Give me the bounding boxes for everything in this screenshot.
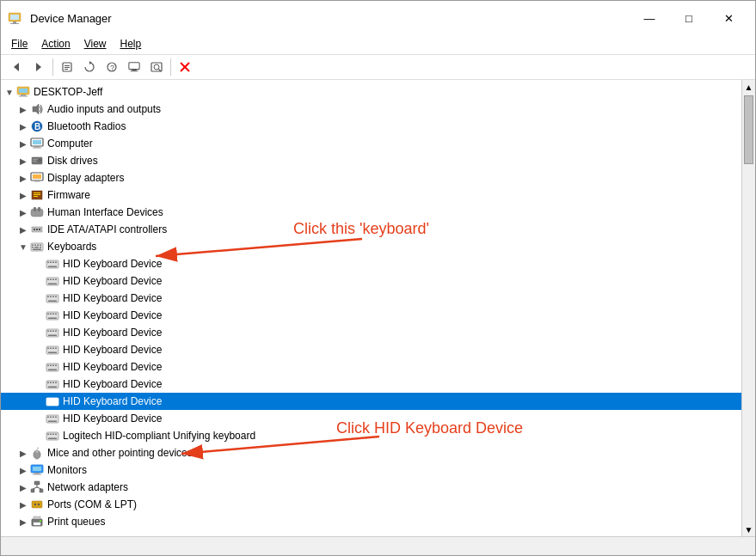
tree-item-keyboards[interactable]: ▼ Keyboards	[1, 238, 741, 255]
tree-item-ports[interactable]: ▶ Ports (COM & LPT)	[1, 496, 741, 513]
tree-item-kbd3[interactable]: HID Keyboard Device	[1, 290, 741, 307]
svg-point-34	[39, 160, 40, 162]
back-button[interactable]	[6, 58, 27, 76]
expand-keyboards[interactable]: ▼	[16, 240, 30, 254]
expand-desktop[interactable]: ▼	[3, 85, 16, 99]
menu-action[interactable]: Action	[34, 35, 77, 52]
svg-rect-55	[40, 245, 41, 247]
kbd2-label: HID Keyboard Device	[63, 275, 162, 287]
menu-view[interactable]: View	[77, 35, 114, 52]
kbd9-icon	[46, 394, 59, 408]
expand-firmware[interactable]: ▶	[16, 188, 30, 202]
expand-disk[interactable]: ▶	[16, 154, 30, 168]
maximize-button[interactable]: □	[669, 6, 709, 30]
svg-rect-92	[50, 348, 52, 350]
tree-item-kbd6[interactable]: HID Keyboard Device	[1, 341, 741, 358]
title-bar: Device Manager — □ ✕	[1, 1, 755, 34]
refresh-button[interactable]	[79, 58, 100, 76]
tree-item-kbd7[interactable]: HID Keyboard Device	[1, 358, 741, 376]
svg-rect-52	[32, 245, 34, 247]
svg-rect-31	[33, 148, 41, 149]
tree-item-display[interactable]: ▶ Display adapters	[1, 169, 741, 186]
menu-file[interactable]: File	[4, 35, 34, 52]
svg-rect-9	[65, 69, 68, 70]
tree-item-kbd8[interactable]: HID Keyboard Device	[1, 376, 741, 393]
expand-audio[interactable]: ▶	[16, 102, 30, 116]
scrollbar-thumb[interactable]	[744, 95, 753, 164]
help-button[interactable]: ?	[101, 58, 122, 76]
print-icon	[30, 515, 44, 529]
tree-item-kbd4[interactable]: HID Keyboard Device	[1, 307, 741, 324]
toolbar-separator-1	[52, 58, 53, 76]
ports-label: Ports (COM & LPT)	[47, 498, 137, 510]
svg-rect-14	[132, 70, 136, 71]
kbd3-icon	[46, 291, 59, 305]
tree-item-firmware[interactable]: ▶ Firmware	[1, 186, 741, 204]
delete-button[interactable]	[175, 58, 195, 76]
svg-rect-93	[52, 348, 54, 350]
tree-item-hid[interactable]: ▶ Human Interface Devices	[1, 204, 741, 221]
expand-print[interactable]: ▶	[16, 515, 30, 529]
svg-rect-45	[34, 207, 36, 211]
tree-item-monitors[interactable]: ▶ Monitors	[1, 461, 741, 479]
tree-item-kbd5[interactable]: HID Keyboard Device	[1, 324, 741, 341]
tree-item-bluetooth[interactable]: ▶ B Bluetooth Radios	[1, 118, 741, 135]
menu-help[interactable]: Help	[114, 35, 149, 52]
svg-rect-57	[34, 247, 39, 248]
svg-rect-49	[36, 229, 38, 230]
expand-computer[interactable]: ▶	[16, 137, 30, 150]
tree-item-kbd2[interactable]: HID Keyboard Device	[1, 272, 741, 290]
svg-rect-117	[52, 417, 54, 419]
title-controls: — □ ✕	[630, 6, 748, 30]
scan-button[interactable]	[146, 58, 167, 76]
tree-item-desktop[interactable]: ▼ DESKTOP-Jeff	[1, 83, 741, 101]
svg-rect-59	[33, 249, 41, 251]
kbd5-icon	[46, 326, 59, 339]
expand-ide[interactable]: ▶	[16, 223, 30, 236]
tree-item-audio[interactable]: ▶ Audio inputs and outputs	[1, 101, 741, 118]
tree-item-kbd9[interactable]: HID Keyboard Device	[1, 393, 741, 410]
kbd2-icon	[46, 274, 59, 288]
kbd1-icon	[46, 257, 59, 271]
expand-network[interactable]: ▶	[16, 480, 30, 494]
svg-rect-61	[47, 262, 49, 264]
svg-rect-81	[52, 314, 54, 315]
expand-bluetooth[interactable]: ▶	[16, 119, 30, 133]
svg-rect-83	[48, 318, 57, 320]
tree-item-print[interactable]: ▶ Print queues	[1, 513, 741, 530]
kbd4-icon	[46, 309, 59, 322]
svg-text:B: B	[34, 122, 40, 131]
tree-item-kbd1[interactable]: HID Keyboard Device	[1, 255, 741, 272]
close-button[interactable]: ✕	[709, 6, 748, 30]
tree-item-disk[interactable]: ▶ Disk drives	[1, 152, 741, 169]
forward-button[interactable]	[28, 58, 49, 76]
expand-hid[interactable]: ▶	[16, 205, 30, 219]
expand-ports[interactable]: ▶	[16, 498, 30, 511]
svg-rect-22	[19, 89, 28, 93]
svg-rect-39	[34, 180, 40, 182]
minimize-button[interactable]: —	[630, 6, 669, 30]
svg-rect-38	[33, 174, 41, 179]
svg-rect-73	[47, 296, 49, 298]
kbd9-label: HID Keyboard Device	[63, 395, 162, 407]
svg-rect-101	[48, 370, 57, 371]
expand-display[interactable]: ▶	[16, 171, 30, 185]
kbd8-label: HID Keyboard Device	[63, 378, 162, 390]
monitor-button[interactable]	[124, 58, 144, 76]
tree-item-computer[interactable]: ▶ Computer	[1, 135, 741, 152]
tree-item-mice[interactable]: ▶ Mice and other pointing devices	[1, 444, 741, 461]
svg-rect-89	[48, 335, 57, 337]
tree-item-kbd10[interactable]: HID Keyboard Device	[1, 410, 741, 427]
scroll-up-button[interactable]: ▲	[742, 80, 755, 94]
svg-rect-119	[48, 421, 57, 423]
scroll-down-button[interactable]: ▼	[742, 522, 755, 536]
vertical-scrollbar[interactable]: ▲ ▼	[741, 80, 755, 536]
expand-monitors[interactable]: ▶	[16, 463, 30, 477]
tree-item-ide[interactable]: ▶ IDE ATA/ATAPI controllers	[1, 221, 741, 238]
expand-mice[interactable]: ▶	[16, 446, 30, 460]
svg-rect-118	[55, 417, 57, 419]
tree-item-logitech[interactable]: Logitech HID-compliant Unifying keyboard	[1, 427, 741, 444]
logitech-icon	[46, 429, 59, 443]
tree-item-network[interactable]: ▶ Network adapters	[1, 479, 741, 496]
properties-button[interactable]	[57, 58, 77, 76]
